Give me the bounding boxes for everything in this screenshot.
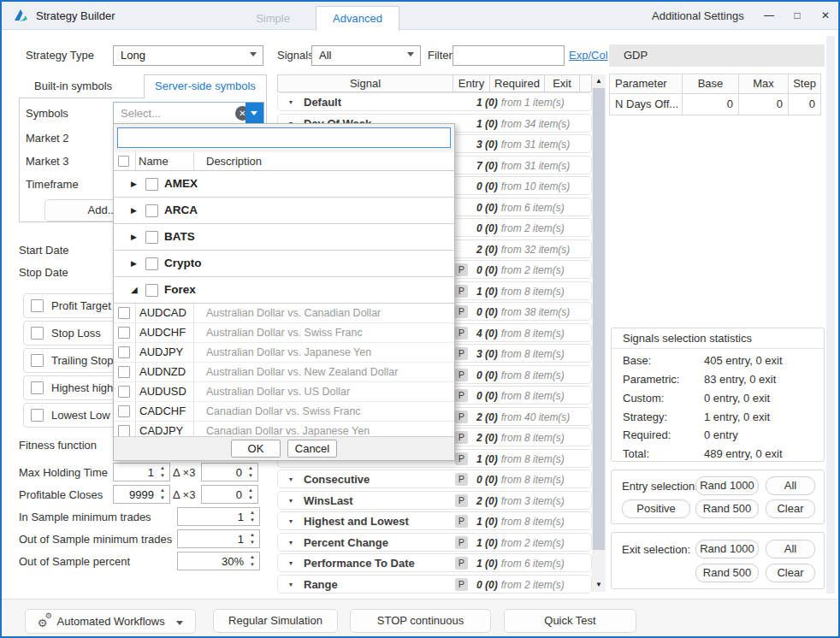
max-holding-spinner[interactable]: 1▲▼: [113, 463, 170, 481]
symbol-row[interactable]: AUDCADAustralian Dollar vs. Canadian Dol…: [114, 304, 454, 323]
col-signal[interactable]: Signal: [278, 75, 453, 92]
signal-row[interactable]: ▾RangeP0 (0)from 2 item(s): [277, 575, 592, 594]
checkbox[interactable]: [31, 409, 44, 422]
checkbox[interactable]: [118, 346, 130, 358]
quick-test-button[interactable]: Quick Test: [504, 609, 636, 633]
oos-percent-spinner[interactable]: 30%▲▼: [177, 552, 260, 570]
ok-button[interactable]: OK: [231, 440, 281, 458]
entry-clear-button[interactable]: Clear: [766, 499, 815, 518]
checkbox[interactable]: [145, 284, 158, 297]
profitable-closes-delta-spinner[interactable]: 0▲▼: [201, 485, 258, 504]
spinner-arrows-icon[interactable]: ▲▼: [247, 553, 257, 569]
symbol-row[interactable]: AUDUSDAustralian Dollar vs. US Dollar: [114, 382, 454, 402]
expander-icon[interactable]: ▶: [131, 180, 137, 188]
param-base-cell[interactable]: 0: [683, 94, 739, 115]
spinner-arrows-icon[interactable]: ▲▼: [247, 531, 257, 546]
spinner-arrows-icon[interactable]: ▲▼: [247, 509, 257, 524]
signal-row[interactable]: ▾ConsecutiveP0 (0)from 8 item(s): [277, 470, 592, 488]
checkbox[interactable]: [145, 231, 158, 244]
checkbox[interactable]: [145, 178, 158, 191]
col-entry[interactable]: Entry: [453, 75, 489, 92]
profitable-closes-spinner[interactable]: 9999▲▼: [113, 485, 170, 504]
col-name[interactable]: Name: [136, 152, 193, 170]
automated-workflows-button[interactable]: ⚙⚙ Automated Workflows: [25, 609, 196, 634]
tab-advanced[interactable]: Advanced: [316, 6, 399, 31]
expander-icon[interactable]: ▾: [289, 517, 293, 525]
spinner-arrows-icon[interactable]: ▲▼: [157, 487, 168, 502]
checkbox[interactable]: [118, 405, 130, 417]
oos-trades-spinner[interactable]: 1▲▼: [177, 529, 260, 548]
symbol-row[interactable]: AUDNZDAustralian Dollar vs. New Zealand …: [114, 363, 454, 382]
expander-icon[interactable]: ▾: [289, 476, 293, 483]
entry-all-button[interactable]: All: [766, 476, 815, 495]
param-max-cell[interactable]: 0: [739, 94, 789, 115]
checkbox[interactable]: [118, 307, 130, 319]
symbol-row[interactable]: AUDCHFAustralian Dollar vs. Swiss Franc: [114, 323, 454, 343]
expander-icon[interactable]: ▶: [131, 259, 137, 268]
symbol-group-row[interactable]: ▶BATS: [114, 224, 454, 251]
scroll-down-icon[interactable]: ▼: [592, 578, 606, 592]
expander-icon[interactable]: ▾: [289, 497, 293, 505]
scroll-up-icon[interactable]: ▲: [592, 74, 606, 88]
checkbox[interactable]: [118, 366, 130, 378]
right-panel-scrollbar[interactable]: [826, 36, 835, 594]
dropdown-button[interactable]: [245, 103, 263, 123]
parameter-row[interactable]: N Days Off... 0 0 0: [609, 94, 821, 115]
strategy-type-select[interactable]: Long: [113, 45, 263, 66]
close-icon[interactable]: ✕: [814, 5, 837, 26]
expander-icon[interactable]: ▾: [289, 539, 293, 546]
signal-row[interactable]: ▾WinsLastP2 (0)from 3 item(s): [277, 491, 592, 510]
checkbox[interactable]: [31, 354, 44, 367]
checkbox[interactable]: [31, 299, 44, 312]
expander-icon[interactable]: ▾: [289, 581, 293, 588]
signal-list-scrollbar[interactable]: ▲ ▼: [592, 74, 606, 592]
param-name-cell[interactable]: N Days Off...: [609, 94, 683, 115]
col-exit[interactable]: Exit: [544, 75, 579, 92]
symbol-group-row[interactable]: ▶Crypto: [114, 251, 454, 277]
cancel-button[interactable]: Cancel: [287, 440, 337, 458]
param-step-cell[interactable]: 0: [789, 94, 821, 115]
symbol-row[interactable]: AUDJPYAustralian Dollar vs. Japanese Yen: [114, 343, 454, 363]
signal-row[interactable]: ▾Default1 (0)from 1 item(s): [277, 92, 592, 111]
minimize-icon[interactable]: —: [758, 5, 780, 26]
checkbox[interactable]: [118, 425, 130, 437]
tab-simple[interactable]: Simple: [239, 7, 307, 30]
col-required[interactable]: Required: [489, 75, 544, 92]
exit-rand1000-button[interactable]: Rand 1000: [695, 540, 759, 558]
entry-rand1000-button[interactable]: Rand 1000: [695, 476, 759, 495]
exit-rand500-button[interactable]: Rand 500: [695, 564, 759, 582]
expander-icon[interactable]: ▶: [131, 233, 137, 241]
symbol-row[interactable]: CADCHFCanadian Dollar vs. Swiss Franc: [114, 402, 454, 422]
spinner-arrows-icon[interactable]: ▲▼: [157, 464, 168, 480]
filter-input[interactable]: [453, 45, 565, 66]
spinner-arrows-icon[interactable]: ▲▼: [245, 464, 256, 480]
col-description[interactable]: Description: [193, 152, 454, 170]
exit-clear-button[interactable]: Clear: [766, 564, 815, 582]
symbol-group-row[interactable]: ▶AMEX: [114, 171, 454, 198]
expander-icon[interactable]: ▶: [131, 206, 137, 215]
expander-icon[interactable]: ◢: [131, 285, 138, 294]
in-sample-trades-spinner[interactable]: 1▲▼: [177, 507, 260, 526]
checkbox[interactable]: [145, 204, 158, 217]
exit-all-button[interactable]: All: [766, 540, 815, 558]
expander-icon[interactable]: ▾: [289, 559, 293, 567]
tab-server-side-symbols[interactable]: Server-side symbols: [144, 74, 267, 98]
exp-col-link[interactable]: Exp/Col: [569, 49, 608, 62]
checkbox[interactable]: [145, 257, 158, 270]
checkbox[interactable]: [118, 386, 130, 398]
checkbox[interactable]: [31, 381, 44, 394]
additional-settings-toggle[interactable]: Additional Settings: [652, 9, 744, 22]
checkbox[interactable]: [31, 327, 44, 340]
expander-icon[interactable]: ▾: [289, 98, 293, 106]
entry-rand500-button[interactable]: Rand 500: [695, 499, 759, 518]
select-all-checkbox[interactable]: [118, 156, 129, 167]
symbols-multiselect[interactable]: Select... ✕: [113, 102, 264, 124]
signal-row[interactable]: ▾Highest and LowestP1 (0)from 8 item(s): [277, 511, 592, 530]
checkbox[interactable]: [118, 327, 130, 339]
stop-continuous-simulation-button[interactable]: STOP continuous simulation: [350, 609, 491, 633]
signals-select[interactable]: All: [311, 45, 421, 66]
symbol-group-row[interactable]: ◢Forex: [114, 277, 454, 304]
signal-row[interactable]: ▾Performance To DateP1 (0)from 6 item(s): [277, 553, 592, 572]
max-holding-delta-spinner[interactable]: 0▲▼: [201, 463, 258, 481]
signal-row[interactable]: ▾Percent ChangeP1 (0)from 2 item(s): [277, 533, 592, 552]
